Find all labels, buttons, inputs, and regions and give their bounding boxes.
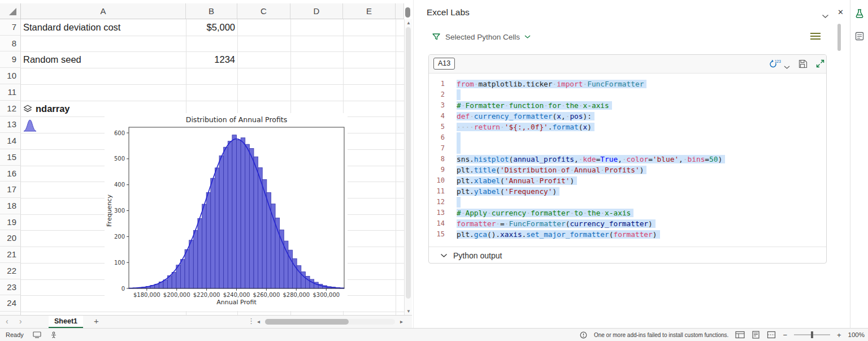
scroll-down-icon[interactable]: ▼: [405, 309, 412, 314]
sheet-nav-prev-icon[interactable]: ‹: [6, 317, 8, 326]
page-break-view-icon[interactable]: [767, 331, 776, 339]
cell-reference-box[interactable]: A13: [433, 58, 455, 70]
code-line-11[interactable]: 11plt.ylabel('Frequency'): [429, 186, 826, 197]
row-header-11[interactable]: 11: [0, 84, 21, 101]
cell-B9[interactable]: 1234: [186, 51, 237, 68]
svg-text:$260,000: $260,000: [253, 292, 280, 298]
horizontal-scroll-track[interactable]: [265, 319, 395, 325]
code-line-5[interactable]: 5····return·'${:,.0f}'.format(x): [429, 122, 826, 132]
cell-B7[interactable]: $5,000: [186, 19, 237, 36]
gridline: [21, 36, 404, 36]
row-header-22[interactable]: 22: [0, 263, 21, 279]
cell-A9[interactable]: Random seed: [21, 51, 186, 68]
excel-labs-addin-icon[interactable]: [852, 5, 867, 22]
row-header-13[interactable]: 13: [0, 116, 21, 133]
row-header-17[interactable]: 17: [0, 182, 21, 198]
svg-text:123: 123: [775, 59, 781, 63]
python-output-toggle[interactable]: Python output: [429, 247, 826, 264]
row-header-16[interactable]: 16: [0, 166, 21, 182]
code-line-1[interactable]: 1from·matplotlib.ticker·import·FuncForma…: [429, 79, 826, 89]
row-header-21[interactable]: 21: [0, 247, 21, 263]
save-code-icon[interactable]: [798, 59, 808, 71]
row-header-7[interactable]: 7: [0, 19, 21, 36]
sheet-nav-next-icon[interactable]: ›: [19, 317, 22, 326]
column-header-D[interactable]: D: [290, 3, 343, 19]
zoom-slider[interactable]: [794, 334, 830, 335]
python-cells-filter[interactable]: Selected Python Cells: [432, 31, 531, 42]
row-header-20[interactable]: 20: [0, 230, 21, 247]
gridline: [21, 84, 404, 85]
chart-canvas: $180,000$200,000$220,000$240,000$260,000…: [105, 113, 348, 311]
zoom-in-button[interactable]: +: [837, 331, 841, 339]
sheet-vertical-scrollbar[interactable]: ▲ ▼: [404, 19, 412, 315]
horizontal-scroll-thumb[interactable]: [265, 319, 349, 325]
vertical-scroll-thumb[interactable]: [406, 27, 411, 299]
horizontal-scrollbar[interactable]: ◂ ▸: [257, 318, 403, 326]
code-line-14[interactable]: 14formatter·=·FuncFormatter(currency_for…: [429, 218, 826, 229]
add-sheet-button[interactable]: +: [94, 316, 99, 326]
accessibility-icon[interactable]: [50, 331, 57, 338]
row-header-10[interactable]: 10: [0, 68, 21, 84]
gridline: [21, 312, 404, 312]
python-code-editor[interactable]: 1from·matplotlib.ticker·import·FuncForma…: [429, 79, 826, 240]
cell-A7[interactable]: Standard deviation cost: [21, 19, 186, 36]
scroll-left-icon[interactable]: ◂: [257, 318, 260, 325]
tab-overflow-icon[interactable]: ⋮: [248, 317, 255, 325]
output-type-chevron-icon[interactable]: [784, 62, 790, 72]
chart-xlabel: Annual Profit: [216, 299, 257, 306]
pane-collapse-chevron-icon[interactable]: [822, 11, 829, 21]
filter-label: Selected Python Cells: [445, 33, 520, 41]
pane-close-icon[interactable]: ✕: [837, 8, 844, 16]
row-header-15[interactable]: 15: [0, 149, 21, 166]
zoom-out-button[interactable]: −: [783, 331, 787, 339]
convert-output-123-icon[interactable]: 123: [769, 59, 781, 71]
scroll-right-icon[interactable]: ▸: [400, 318, 403, 325]
zoom-slider-thumb[interactable]: [811, 331, 813, 338]
record-macro-icon[interactable]: [33, 331, 41, 338]
column-header-A[interactable]: A: [21, 3, 186, 19]
chart-ylabel: Frequency: [106, 195, 113, 227]
line-number: 6: [429, 132, 450, 143]
code-line-4[interactable]: 4def·currency_formatter(x,·pos):: [429, 111, 826, 122]
object-stack-icon: [23, 105, 32, 113]
column-header-E[interactable]: E: [343, 3, 396, 19]
code-line-8[interactable]: 8sns.histplot(annual_profits,·kde=True,·…: [429, 154, 826, 165]
row-header-8[interactable]: 8: [0, 36, 21, 52]
normal-view-icon[interactable]: [735, 331, 745, 339]
row-header-9[interactable]: 9: [0, 51, 21, 68]
column-header-B[interactable]: B: [186, 3, 237, 19]
scroll-up-icon[interactable]: ▲: [405, 20, 412, 25]
row-header-12[interactable]: 12: [0, 101, 21, 117]
row-header-14[interactable]: 14: [0, 133, 21, 149]
column-header-partial[interactable]: [396, 3, 404, 19]
column-header-C[interactable]: C: [237, 3, 290, 19]
code-line-6[interactable]: 6: [429, 132, 826, 143]
expand-editor-icon[interactable]: [815, 59, 825, 71]
addin-panel-icon[interactable]: [852, 28, 867, 45]
row-header-23[interactable]: 23: [0, 279, 21, 296]
row-header-24[interactable]: 24: [0, 295, 21, 312]
pane-resize-grip[interactable]: [405, 7, 410, 18]
code-line-9[interactable]: 9plt.title('Distribution·of·Annual·Profi…: [429, 165, 826, 175]
line-number: 1: [429, 79, 450, 89]
code-line-12[interactable]: 12: [429, 197, 826, 208]
pane-menu-icon[interactable]: [810, 33, 821, 40]
code-line-7[interactable]: 7: [429, 143, 826, 154]
code-line-3[interactable]: 3#·Formatter·function·for·the·x-axis: [429, 100, 826, 111]
output-chevron-icon: [440, 253, 448, 258]
code-line-2[interactable]: 2: [429, 89, 826, 100]
zoom-level-label[interactable]: 100%: [848, 331, 865, 338]
pane-scroll-thumb[interactable]: [837, 24, 841, 51]
code-card-header: A13 123: [429, 55, 826, 74]
row-header-19[interactable]: 19: [0, 214, 21, 231]
line-number: 10: [429, 175, 450, 186]
code-line-10[interactable]: 10plt.xlabel('Annual·Profit'): [429, 175, 826, 186]
page-layout-view-icon[interactable]: [752, 331, 760, 339]
code-line-15[interactable]: 15plt.gca().xaxis.set_major_formatter(fo…: [429, 229, 826, 240]
row-header-18[interactable]: 18: [0, 198, 21, 214]
code-line-13[interactable]: 13#·Apply·currency·formatter·to·the·x-ax…: [429, 208, 826, 218]
profit-distribution-chart[interactable]: $180,000$200,000$220,000$240,000$260,000…: [105, 113, 348, 311]
sheet-tab-sheet1[interactable]: Sheet1: [49, 316, 83, 328]
excel-labs-pane: Excel Labs ✕ Selected Python Cells A13: [416, 0, 850, 328]
select-all-button[interactable]: [0, 3, 21, 19]
